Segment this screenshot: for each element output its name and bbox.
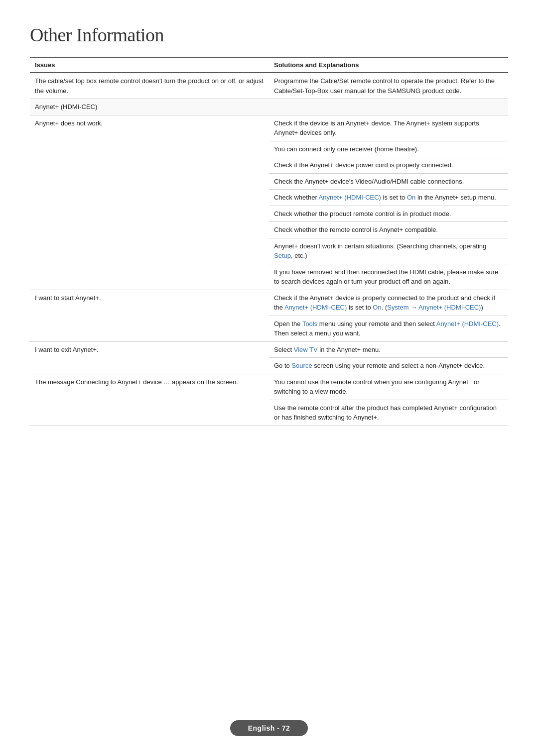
page-title: Other Information [30,24,508,46]
issue-cell: I want to exit Anynet+. [30,341,269,374]
link-system: System [387,304,408,311]
link-on-2: On [373,304,381,311]
issue-cell: The cable/set top box remote control doe… [30,73,269,99]
link-setup: Setup [274,252,291,259]
solution-cell: Check whether the product remote control… [269,206,508,222]
solution-cell: Select View TV in the Anynet+ menu. [269,341,508,358]
issue-cell: Anynet+ does not work. [30,115,269,290]
link-source: Source [291,362,312,369]
page-number-badge: English - 72 [230,720,308,736]
link-anynet-hdmi-cec-2: Anynet+ (HDMI-CEC) [284,304,347,311]
solution-cell: If you have removed and then reconnected… [269,264,508,290]
solution-cell: Go to Source screen using your remote an… [269,358,508,374]
table-row: I want to exit Anynet+. Select View TV i… [30,341,508,358]
solution-cell: You can connect only one receiver (home … [269,141,508,157]
solution-cell: Open the Tools menu using your remote an… [269,316,508,341]
table-row: Anynet+ does not work. Check if the devi… [30,115,508,141]
solution-cell: Check if the Anynet+ device power cord i… [269,157,508,174]
section-header-cell: Anynet+ (HDMI-CEC) [30,99,508,115]
solution-cell: Check if the device is an Anynet+ device… [269,115,508,141]
link-anynet-hdmi-cec-4: Anynet+ (HDMI-CEC) [436,320,499,327]
section-header-row: Anynet+ (HDMI-CEC) [30,99,508,115]
table-row: The message Connecting to Anynet+ device… [30,374,508,400]
link-on: On [407,194,415,201]
solution-cell: Check if the Anynet+ device is properly … [269,290,508,316]
solution-cell: Programme the Cable/Set remote control t… [269,73,508,99]
table-row: I want to start Anynet+. Check if the An… [30,290,508,316]
col-issues-header: Issues [30,57,269,73]
solution-cell: Use the remote control after the product… [269,400,508,426]
issue-cell: I want to start Anynet+. [30,290,269,341]
link-anynet-hdmi-cec: Anynet+ (HDMI-CEC) [319,194,381,201]
issue-cell: The message Connecting to Anynet+ device… [30,374,269,426]
page-footer: English - 72 [0,720,538,736]
link-anynet-hdmi-cec-3: Anynet+ (HDMI-CEC) [418,304,481,311]
solution-cell: You cannot use the remote control when y… [269,374,508,400]
info-table: Issues Solutions and Explanations The ca… [30,57,508,426]
link-tools: Tools [302,320,317,327]
solution-cell: Anynet+ doesn't work in certain situatio… [269,238,508,264]
solution-cell: Check whether the remote control is Anyn… [269,222,508,238]
col-solutions-header: Solutions and Explanations [269,57,508,73]
table-row: The cable/set top box remote control doe… [30,73,508,99]
solution-cell: Check the Anynet+ device's Video/Audio/H… [269,173,508,190]
link-view-tv: View TV [294,346,318,353]
page-content: Other Information Issues Solutions and E… [0,0,538,486]
solution-cell: Check whether Anynet+ (HDMI-CEC) is set … [269,190,508,206]
